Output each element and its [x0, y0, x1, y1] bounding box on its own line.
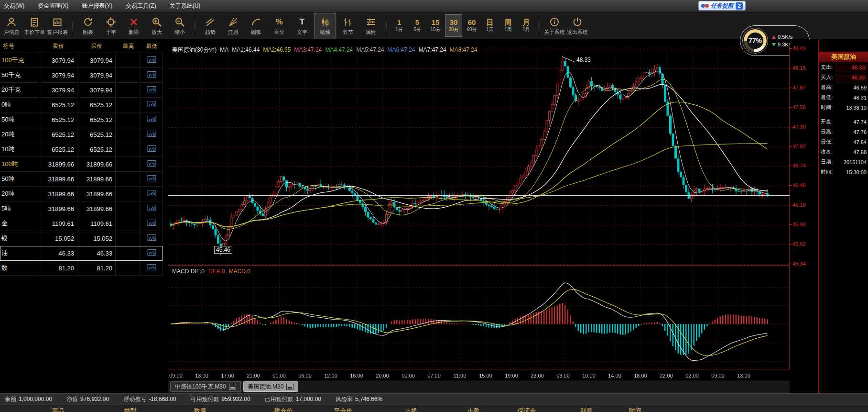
watchlist-row[interactable]: 100千克3079.943079.94 [0, 53, 163, 68]
zoom-out-button[interactable]: 缩小 [168, 12, 191, 39]
mini-chart-icon[interactable] [147, 145, 156, 154]
watchlist-row[interactable]: 50吨6525.126525.12 [0, 112, 163, 127]
task-reminder-badge[interactable]: 任务提醒 2 [698, 1, 746, 11]
delete-icon [129, 16, 139, 28]
chart-tab-0[interactable]: 中盛银100千克.M30 [170, 381, 241, 392]
time-axis-label: 16:00 [350, 373, 363, 379]
arc-icon [251, 16, 261, 28]
mini-chart-icon[interactable] [147, 189, 156, 198]
status-item-3: 可用预付款959,932.00 [191, 395, 250, 403]
time-axis-label: 01:00 [272, 373, 286, 379]
time-axis-label: 03:00 [556, 373, 570, 379]
watchlist-row[interactable]: 银15.05215.052 [0, 231, 163, 246]
text-tool-button[interactable]: T文字 [291, 12, 314, 39]
menu-item-0[interactable]: 交易(W) [4, 2, 24, 10]
client-report-button[interactable]: 客户报表 [46, 12, 69, 39]
mini-chart-icon[interactable] [147, 130, 156, 139]
watchlist-row[interactable]: 数81.2081.20 [0, 261, 163, 276]
watchlist-row[interactable]: 50千克3079.943079.94 [0, 68, 163, 83]
watchlist-col-0[interactable]: 符号 [0, 42, 39, 50]
toolbar-separator [539, 16, 540, 35]
account-status-bar: 余额1,000,000.00净值976,932.00浮动盈亏-18,668.00… [0, 393, 868, 404]
quote-field: 时间:15:30:00 [819, 167, 868, 177]
time-axis-label: 19:00 [505, 373, 518, 379]
orders-col-3: 建仓价 [274, 406, 293, 412]
orders-col-6: 止盈 [467, 406, 479, 412]
low-price-annotation: 45.46 [214, 246, 232, 254]
time-axis-label: 13:00 [195, 373, 208, 379]
gann-button[interactable]: 江恩 [222, 12, 245, 39]
watchlist-row[interactable]: 0吨6525.126525.12 [0, 98, 163, 112]
mini-chart-icon[interactable] [147, 160, 156, 168]
delete-button[interactable]: 删除 [122, 12, 145, 39]
watchlist-col-4[interactable]: 最低 [141, 42, 163, 50]
about-system-button[interactable]: 关于系统 [543, 12, 566, 39]
watchlist-col-3[interactable]: 最高 [116, 42, 141, 50]
watchlist-row[interactable]: 金1109.611109.61 [0, 216, 163, 231]
mini-chart-icon[interactable] [147, 175, 156, 183]
watchlist-col-1[interactable]: 卖价 [39, 42, 77, 50]
toolbar: 户信息市价下单客户报表图表十字删除放大缩小趋势江恩圆弧%百分T文字蜡烛竹节属性1… [0, 12, 868, 39]
arc-button[interactable]: 圆弧 [245, 12, 268, 39]
menu-item-3[interactable]: 交易工具(Z) [126, 2, 156, 10]
watchlist-row[interactable]: 10吨6525.126525.12 [0, 142, 163, 157]
time-axis-label: 23:00 [531, 373, 544, 379]
toolbar-separator [386, 16, 387, 35]
timeframe-1d-button[interactable]: 日1天 [481, 14, 499, 37]
mini-chart-icon[interactable] [147, 249, 156, 257]
watchlist-row[interactable]: 20吨6525.126525.12 [0, 127, 163, 142]
timeframe-5m-button[interactable]: 55分 [409, 14, 426, 37]
properties-icon [366, 16, 376, 28]
mini-chart-icon[interactable] [147, 204, 156, 213]
price-axis: 48.4348.1547.8747.5847.3047.0246.7446.46… [790, 39, 817, 380]
watchlist-col-2[interactable]: 买价 [77, 42, 116, 50]
menu-item-2[interactable]: 账户报表(Y) [82, 2, 112, 10]
watchlist-row[interactable]: 油46.3346.33 [0, 246, 163, 261]
timeframe-1mo-button[interactable]: 月1月 [518, 14, 535, 37]
mini-chart-icon[interactable] [147, 219, 156, 228]
ohlc-style-button[interactable]: 竹节 [336, 12, 359, 39]
mini-chart-icon[interactable] [147, 56, 156, 65]
menu-item-4[interactable]: 关于系统(U) [170, 2, 201, 10]
quote-field: 时间:13:38:10 [819, 102, 868, 112]
watchlist-row[interactable]: 20吨31899.6631899.66 [0, 187, 163, 201]
watchlist-row[interactable]: 50吨31899.6631899.66 [0, 172, 163, 187]
price-axis-label: 48.43 [792, 45, 806, 51]
timeframe-1m-button[interactable]: 11分 [391, 14, 408, 37]
mini-chart-icon[interactable] [147, 115, 156, 124]
price-axis-label: 47.30 [792, 124, 806, 130]
timeframe-1w-button[interactable]: 周1周 [499, 14, 517, 37]
time-axis-label: 20:00 [376, 373, 389, 379]
timeframe-60m-button[interactable]: 6060分 [463, 14, 480, 37]
properties-button[interactable]: 属性 [359, 12, 382, 39]
mini-chart-icon[interactable] [147, 100, 156, 109]
mini-chart-icon[interactable] [147, 264, 156, 272]
candlestick-style-button[interactable]: 蜡烛 [314, 12, 336, 39]
chart-refresh-button[interactable]: 图表 [76, 12, 99, 39]
crosshair-button[interactable]: 十字 [99, 12, 122, 39]
watchlist-row[interactable]: 20千克3079.943079.94 [0, 83, 163, 98]
refresh-chart-icon [83, 16, 93, 28]
quote-panel: 美国原油 卖出:46.33买入:46.33最高:46.59最低:46.31时间:… [818, 39, 868, 393]
mini-chart-icon[interactable] [147, 71, 156, 79]
orders-col-2: 数量 [194, 406, 206, 412]
timeframe-15m-button[interactable]: 1515分 [427, 14, 444, 37]
candlestick-chart-canvas[interactable] [168, 39, 790, 380]
watchlist-row[interactable]: 5吨31899.6631899.66 [0, 201, 163, 216]
orders-col-8: 利息 [580, 406, 593, 412]
menu-item-1[interactable]: 资金管理(X) [38, 2, 68, 10]
percent-button[interactable]: %百分 [268, 12, 291, 39]
mini-chart-icon[interactable] [147, 86, 156, 94]
chart-tab-1[interactable]: 美国原油.M30 [243, 381, 299, 392]
market-order-button[interactable]: 市价下单 [23, 12, 46, 39]
user-info-button[interactable]: 户信息 [0, 12, 23, 39]
watchlist-row[interactable]: 100吨31899.6631899.66 [0, 157, 163, 172]
mini-chart-icon[interactable] [147, 234, 156, 243]
exit-system-button[interactable]: 退出系统 [566, 12, 589, 39]
trend-line-button[interactable]: 趋势 [199, 12, 222, 39]
chart-header-segment-2: MA1:46.44 [232, 46, 260, 53]
price-axis-label: 46.18 [792, 202, 806, 208]
status-item-5: 风险率5,746.66% [336, 395, 382, 403]
timeframe-30m-button[interactable]: 3030分 [445, 14, 462, 37]
zoom-in-button[interactable]: 放大 [145, 12, 168, 39]
